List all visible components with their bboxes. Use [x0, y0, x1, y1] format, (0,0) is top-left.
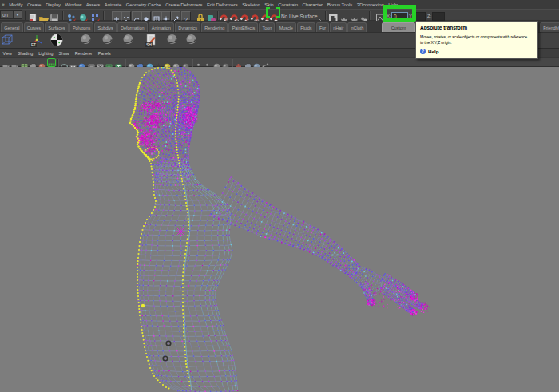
expand-arrow-icon[interactable]: [319, 14, 323, 20]
select-hierarchy-icon[interactable]: [67, 12, 77, 22]
menu-skin[interactable]: Skin: [263, 2, 276, 7]
shelf-tab-toon[interactable]: Toon: [259, 22, 275, 32]
panel-menu-renderer[interactable]: Renderer: [72, 51, 95, 56]
panel-menu-show[interactable]: Show: [56, 51, 72, 56]
shelf-tab-deformation[interactable]: Deformation: [117, 22, 148, 32]
highlight-selection-icon[interactable]: [207, 12, 216, 22]
menu-create[interactable]: Create: [25, 2, 43, 7]
lit-ball-icon[interactable]: [146, 59, 153, 66]
shelf-item-orbit-ball-icon[interactable]: [166, 34, 180, 48]
mask-hulls-button[interactable]: [152, 11, 161, 21]
gate-mask-icon[interactable]: [78, 59, 85, 66]
select-component-icon[interactable]: [91, 12, 101, 22]
panel-menu-panels[interactable]: Panels: [95, 51, 113, 56]
mask-misc-button[interactable]: ?: [181, 11, 191, 21]
z-input[interactable]: [432, 12, 445, 21]
viewport[interactable]: [0, 67, 559, 392]
single-pane-icon[interactable]: [2, 59, 10, 66]
ipr-render-icon[interactable]: [360, 13, 368, 21]
shelf-item-axes-icon[interactable]: FT: [30, 34, 45, 48]
textured-cube-icon[interactable]: [137, 59, 144, 66]
save-scene-icon[interactable]: [50, 12, 59, 21]
construction-history-icon[interactable]: [329, 12, 338, 21]
mask-expand-icon[interactable]: [106, 14, 112, 19]
four-pane-icon[interactable]: [11, 59, 18, 66]
safe-action-icon[interactable]: [97, 59, 104, 66]
share-icon[interactable]: [262, 59, 269, 66]
mask-lines-button[interactable]: [132, 11, 141, 21]
shelf-tab-rendering[interactable]: Rendering: [201, 22, 228, 32]
snap-curve-icon[interactable]: [229, 12, 239, 22]
new-scene-icon[interactable]: [29, 12, 37, 22]
shelf-item-orbit-ball-icon[interactable]: [101, 34, 116, 48]
menu-constrain[interactable]: Constrain: [276, 2, 299, 7]
shelf-tab-custom-active[interactable]: Custom: [382, 22, 415, 32]
render-current-icon[interactable]: [351, 13, 359, 21]
plugin-b-icon[interactable]: [244, 59, 252, 66]
shelf-tab-fluids[interactable]: Fluids: [297, 22, 315, 32]
menu-skeleton[interactable]: Skeleton: [240, 2, 262, 7]
textures-icon[interactable]: [182, 59, 189, 66]
chevron-down-icon[interactable]: ▼: [13, 11, 22, 18]
field-chart-icon[interactable]: [88, 59, 95, 66]
hypergraph-icon[interactable]: [21, 59, 28, 66]
mask-handles-button[interactable]: [171, 11, 180, 21]
shelf-item-orbit-ball-icon[interactable]: [80, 34, 94, 48]
shelf-tab-animation[interactable]: Animation: [149, 22, 174, 32]
shelf-tab-nhair[interactable]: nHair: [330, 22, 347, 32]
menu-geometry-cache[interactable]: Geometry Cache: [124, 2, 164, 7]
menu-display[interactable]: Display: [43, 2, 63, 7]
open-scene-icon[interactable]: [39, 12, 49, 21]
wire-sphere-icon[interactable]: [38, 59, 46, 66]
grid-snap-icon[interactable]: [48, 59, 55, 66]
y-input[interactable]: [414, 12, 426, 21]
menu-3dconnexion[interactable]: 3Dconnexion: [355, 2, 387, 7]
mask-faces-button[interactable]: [141, 11, 151, 21]
isolate-add-icon[interactable]: [204, 59, 211, 66]
panel-menu-view[interactable]: View: [0, 51, 14, 56]
shelf-item-pencil-page-icon[interactable]: SH: [145, 34, 160, 48]
default-light-icon[interactable]: [164, 59, 171, 66]
menu-modify[interactable]: Modify: [6, 2, 25, 7]
shelf-tab-painteffects[interactable]: PaintEffects: [228, 22, 258, 32]
plugin-a-icon[interactable]: [235, 59, 242, 66]
shade-ball-icon[interactable]: [128, 59, 135, 66]
xray-joints-icon[interactable]: [222, 59, 229, 66]
menu-set-selector[interactable]: on ▼: [0, 10, 22, 19]
frame-all-icon[interactable]: [115, 59, 122, 66]
menu-create-deformers[interactable]: Create Deformers: [163, 2, 204, 7]
film-gate-icon[interactable]: [61, 59, 68, 66]
persp-grid-icon[interactable]: [30, 59, 37, 66]
mask-pivots-button[interactable]: [161, 11, 171, 21]
panel-menu-shading[interactable]: Shading: [14, 51, 35, 56]
shelf-tab-ncloth[interactable]: nCloth: [347, 22, 367, 32]
snap-point-icon[interactable]: [240, 12, 249, 22]
select-object-icon[interactable]: [79, 12, 89, 22]
shadows-icon[interactable]: [172, 59, 180, 66]
isolate-select-icon[interactable]: [195, 59, 202, 66]
lock-selection-icon[interactable]: [196, 12, 204, 22]
mask-points-button[interactable]: [112, 11, 121, 21]
safe-title-icon[interactable]: [105, 59, 113, 66]
shelf-tab-muscle[interactable]: Muscle: [276, 22, 296, 32]
xray-icon[interactable]: [213, 59, 220, 66]
menu-assets[interactable]: Assets: [84, 2, 102, 7]
menu-character[interactable]: Character: [300, 2, 325, 7]
snap-grid-icon[interactable]: [219, 12, 228, 22]
shelf-tab-polygons[interactable]: Polygons: [69, 22, 94, 32]
shelf-item-checker-ball-icon[interactable]: [50, 34, 65, 48]
snap-viewplane-icon[interactable]: [250, 12, 260, 22]
shelf-item-orbit-ball-icon[interactable]: [122, 34, 137, 48]
panel-menu-lighting[interactable]: Lighting: [36, 51, 56, 56]
viewport-canvas[interactable]: [0, 67, 559, 392]
shelf-tab-dynamics[interactable]: Dynamics: [175, 22, 200, 32]
shelf-item-orbit-ball-icon[interactable]: [185, 34, 200, 48]
shelf-tab-general[interactable]: General: [1, 22, 23, 32]
shelf-tab-subdivs[interactable]: Subdivs: [94, 22, 117, 32]
mask-parm-points-button[interactable]: [121, 11, 131, 21]
menu-it[interactable]: it: [0, 2, 6, 7]
resolution-gate-icon[interactable]: [69, 59, 77, 66]
shelf-tab-fur[interactable]: Fur: [316, 22, 329, 32]
plugin-c-icon[interactable]: [253, 59, 260, 66]
menu-edit-deformers[interactable]: Edit Deformers: [204, 2, 240, 7]
